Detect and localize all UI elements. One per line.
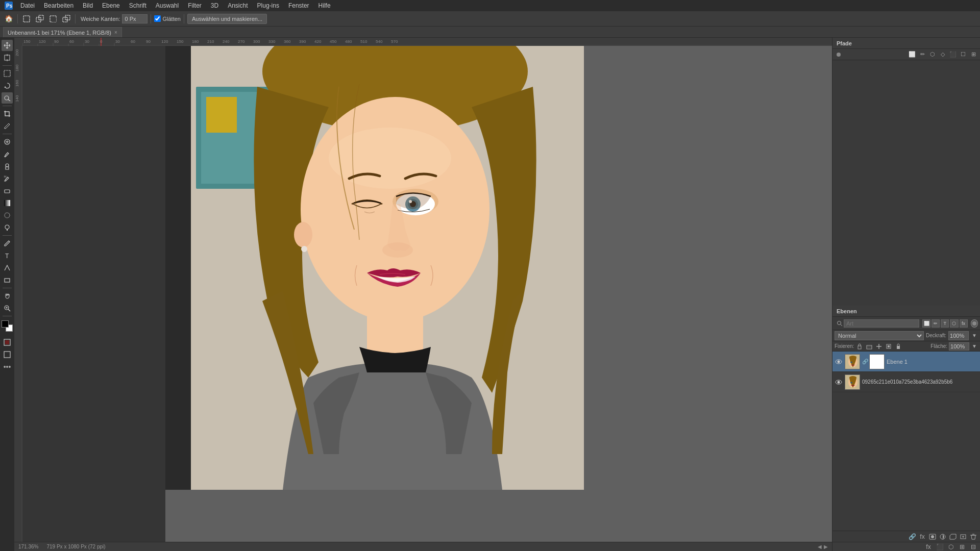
eraser-tool[interactable]: [2, 185, 13, 196]
ebenen-filter-toggle[interactable]: [971, 319, 978, 328]
intersect-selection-button[interactable]: [61, 13, 72, 24]
ebenen-filter-4[interactable]: ⬡: [950, 319, 958, 328]
spot-healing-tool[interactable]: [2, 136, 13, 147]
layer-delete-btn[interactable]: [969, 533, 978, 541]
foreground-color-swatch[interactable]: [2, 320, 9, 328]
clone-stamp-tool[interactable]: [2, 161, 13, 172]
layer-row-ebene1[interactable]: 🔗 Ebene 1: [832, 352, 980, 372]
crop-tool[interactable]: [2, 108, 13, 119]
svg-text:330: 330: [268, 39, 276, 44]
ebenen-filter-1[interactable]: ⬜: [922, 319, 930, 328]
ebenen-bottom-btn-5[interactable]: ⊟: [969, 543, 978, 551]
pfade-icon-4[interactable]: ◇: [938, 50, 947, 59]
menu-3d[interactable]: 3D: [207, 1, 223, 10]
deckraft-dropdown[interactable]: ▼: [971, 333, 978, 338]
shape-tool[interactable]: [2, 274, 13, 286]
ebenen-bottom-btn-1[interactable]: fx: [924, 543, 933, 551]
layer-visibility-ebene1[interactable]: [835, 358, 843, 366]
subtract-selection-button[interactable]: [47, 13, 59, 24]
layer-row-bg[interactable]: 09265c211e010a725e3ba4623a92b5b6: [832, 372, 980, 392]
gradient-tool[interactable]: [2, 197, 13, 209]
menu-datei[interactable]: Datei: [16, 1, 39, 10]
layer-group-btn[interactable]: [948, 533, 958, 541]
eyedropper-tool[interactable]: [2, 120, 13, 132]
move-tool[interactable]: [2, 40, 13, 51]
ruler-left: 200 180 160 140: [14, 46, 22, 542]
layer-link-btn[interactable]: 🔗: [908, 533, 917, 541]
layer-adjustment-btn[interactable]: [938, 533, 947, 541]
pfade-icon-3[interactable]: ⬡: [928, 50, 937, 59]
tool-sep-4: [3, 235, 12, 236]
ebenen-title: Ebenen: [837, 308, 857, 314]
marquee-tool[interactable]: [2, 68, 13, 79]
ebenen-search-input[interactable]: [844, 319, 919, 328]
menu-bild[interactable]: Bild: [79, 1, 97, 10]
lock-all-btn[interactable]: [894, 342, 902, 350]
ebenen-bottom-btn-2[interactable]: ⬛: [935, 543, 944, 551]
type-tool[interactable]: T: [2, 250, 13, 261]
options-toolbar: 🏠 Weiche Kanten: Glätten Auswählen und m…: [0, 11, 980, 27]
status-arrows[interactable]: ◀ ▶: [818, 544, 828, 549]
menu-ansicht[interactable]: Ansicht: [224, 1, 252, 10]
path-selection-tool[interactable]: [2, 262, 13, 273]
canvas-scroll-area[interactable]: [22, 46, 832, 542]
menu-hilfe[interactable]: Hilfe: [314, 1, 335, 10]
layer-visibility-bg[interactable]: [835, 378, 843, 386]
artboard-tool[interactable]: [2, 52, 13, 63]
pfade-icon-5[interactable]: ⬛: [948, 50, 958, 59]
lasso-tool[interactable]: [2, 80, 13, 91]
menu-bearbeiten[interactable]: Bearbeiten: [40, 1, 78, 10]
home-button[interactable]: 🏠: [3, 13, 14, 24]
zoom-tool[interactable]: [2, 303, 13, 314]
hand-tool[interactable]: [2, 290, 13, 302]
layer-mask-btn[interactable]: [928, 533, 937, 541]
lock-position-btn[interactable]: [875, 342, 883, 350]
pen-tool[interactable]: [2, 238, 13, 249]
ebenen-filter-3[interactable]: T: [941, 319, 949, 328]
menu-auswahl[interactable]: Auswahl: [152, 1, 183, 10]
menu-plugins[interactable]: Plug-ins: [253, 1, 283, 10]
quick-selection-tool[interactable]: [2, 92, 13, 104]
pfade-icon-6[interactable]: ☐: [959, 50, 968, 59]
layer-fx-btn[interactable]: fx: [918, 533, 927, 541]
weiche-kanten-input[interactable]: [122, 14, 148, 23]
blur-tool[interactable]: [2, 210, 13, 221]
auswaehlen-maskieren-button[interactable]: Auswählen und maskieren...: [187, 14, 267, 24]
menu-ebene[interactable]: Ebene: [98, 1, 124, 10]
color-swatches[interactable]: [2, 320, 13, 332]
more-tools-button[interactable]: •••: [2, 361, 13, 372]
pfade-icon-7[interactable]: ⊞: [969, 50, 978, 59]
brush-tool[interactable]: [2, 148, 13, 160]
history-brush-tool[interactable]: H: [2, 173, 13, 184]
dodge-tool[interactable]: [2, 222, 13, 233]
svg-text:30: 30: [85, 39, 89, 44]
lock-transparent-btn[interactable]: [855, 342, 864, 350]
deckraft-input[interactable]: [948, 331, 969, 340]
ebenen-bottom-btn-4[interactable]: ⊞: [958, 543, 967, 551]
fläche-dropdown[interactable]: ▼: [971, 343, 978, 349]
screen-mode-toggle[interactable]: [2, 349, 13, 360]
document-tab[interactable]: Unbenannt-1 bei 171% (Ebene 1, RGB/8) ×: [3, 27, 122, 37]
lock-artboard-btn[interactable]: [885, 342, 893, 350]
tab-close-button[interactable]: ×: [114, 30, 117, 35]
pfade-icon-1[interactable]: ⬜: [908, 50, 917, 59]
main-area: H T: [0, 38, 980, 551]
pfade-icon-2[interactable]: ✏: [918, 50, 927, 59]
menu-filter[interactable]: Filter: [184, 1, 206, 10]
new-selection-button[interactable]: [21, 13, 32, 24]
ebenen-bottom-btn-3[interactable]: ⬡: [946, 543, 955, 551]
quick-mask-toggle[interactable]: [2, 337, 13, 348]
lock-pixels-btn[interactable]: [865, 342, 873, 350]
glaetten-checkbox[interactable]: [154, 15, 161, 22]
menu-fenster[interactable]: Fenster: [284, 1, 313, 10]
ebenen-filter-2[interactable]: ✏: [932, 319, 940, 328]
svg-point-106: [838, 381, 840, 383]
svg-point-90: [294, 222, 312, 247]
ebenen-mode-select[interactable]: Normal: [835, 331, 924, 340]
menu-schrift[interactable]: Schrift: [125, 1, 151, 10]
fläche-input[interactable]: [949, 342, 969, 350]
svg-rect-12: [4, 70, 10, 77]
ebenen-filter-5[interactable]: fx: [960, 319, 968, 328]
layer-new-btn[interactable]: [959, 533, 968, 541]
add-selection-button[interactable]: [34, 13, 45, 24]
